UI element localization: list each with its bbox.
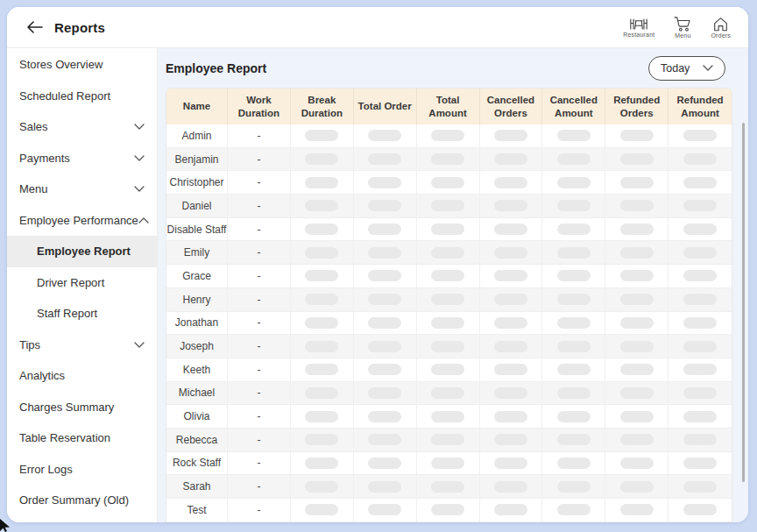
- cell-loading: [354, 171, 417, 194]
- cell-work-duration: -: [228, 475, 291, 498]
- topbar-orders-button[interactable]: Orders: [711, 17, 731, 39]
- cell-loading: [291, 382, 354, 405]
- table-row: Jonathan-: [166, 312, 732, 336]
- sidebar-item-menu[interactable]: Menu: [7, 174, 157, 205]
- sidebar-item-label: Driver Report: [37, 276, 145, 289]
- sidebar-item-employee-report[interactable]: Employee Report: [7, 236, 157, 267]
- table-row: Daniel-: [166, 195, 732, 218]
- cell-name: Jonathan: [166, 312, 228, 335]
- loading-placeholder: [557, 387, 591, 399]
- cell-loading: [542, 265, 605, 287]
- topbar-restaurant-button[interactable]: Restaurant: [623, 17, 654, 38]
- loading-placeholder: [620, 223, 654, 235]
- loading-placeholder: [683, 481, 717, 493]
- table-scrollbar[interactable]: [742, 123, 745, 482]
- cell-loading: [669, 452, 732, 475]
- cell-loading: [417, 499, 480, 521]
- loading-placeholder: [620, 270, 654, 281]
- cell-loading: [542, 288, 605, 311]
- loading-placeholder: [305, 411, 338, 422]
- cell-loading: [417, 124, 480, 147]
- loading-placeholder: [683, 364, 717, 375]
- cell-loading: [542, 195, 605, 217]
- cell-loading: [480, 265, 543, 287]
- sidebar-item-label: Stores Overview: [19, 58, 145, 71]
- table-row: Olivia-: [166, 405, 732, 429]
- sidebar-item-order-summary-old[interactable]: Order Summary (Old): [7, 485, 157, 516]
- loading-placeholder: [683, 223, 717, 235]
- sidebar-item-stores-overview[interactable]: Stores Overview: [7, 49, 157, 81]
- sidebar-item-payments[interactable]: Payments: [7, 143, 157, 174]
- loading-placeholder: [431, 130, 464, 141]
- loading-placeholder: [431, 411, 464, 422]
- cell-loading: [542, 382, 605, 405]
- loading-placeholder: [557, 364, 591, 375]
- loading-placeholder: [620, 387, 654, 399]
- cell-work-duration: -: [228, 382, 291, 405]
- topbar-menu-button[interactable]: Menu: [674, 17, 691, 39]
- cell-name: Olivia: [166, 405, 228, 428]
- loading-placeholder: [683, 458, 717, 469]
- sidebar-item-employee-performance[interactable]: Employee Performance: [7, 205, 157, 237]
- sidebar-item-tips[interactable]: Tips: [7, 330, 157, 361]
- sidebar-item-staff-report[interactable]: Staff Report: [7, 298, 157, 330]
- back-button[interactable]: [23, 16, 46, 39]
- sidebar-item-label: Staff Report: [37, 307, 145, 320]
- sidebar-item-label: Table Reservation: [19, 431, 145, 444]
- loading-placeholder: [431, 223, 464, 235]
- cell-loading: [605, 335, 669, 358]
- topbar-actions: RestaurantMenuOrders: [623, 17, 736, 39]
- sidebar-item-label: Sales: [19, 120, 134, 133]
- cell-work-duration: -: [228, 499, 291, 521]
- loading-placeholder: [557, 153, 591, 165]
- cell-work-duration: -: [228, 405, 291, 428]
- mouse-cursor: [0, 519, 11, 532]
- sidebar-item-error-logs[interactable]: Error Logs: [7, 454, 157, 486]
- loading-placeholder: [494, 458, 527, 469]
- cell-loading: [354, 358, 417, 381]
- sidebar-item-sales[interactable]: Sales: [7, 111, 157, 143]
- loading-placeholder: [494, 294, 527, 305]
- cell-loading: [417, 218, 480, 241]
- sidebar-item-driver-report[interactable]: Driver Report: [7, 267, 157, 299]
- loading-placeholder: [431, 247, 464, 259]
- loading-placeholder: [305, 200, 338, 211]
- loading-placeholder: [431, 434, 464, 445]
- sidebar-item-scheduled-report[interactable]: Scheduled Report: [7, 81, 157, 112]
- sidebar-item-label: Charges Summary: [19, 401, 145, 414]
- cell-loading: [417, 171, 480, 194]
- sidebar-item-table-reservation[interactable]: Table Reservation: [7, 422, 157, 454]
- loading-placeholder: [620, 504, 654, 515]
- table-row: Rebecca-: [166, 429, 732, 452]
- date-filter-dropdown[interactable]: Today: [648, 56, 725, 81]
- cell-name: Test: [166, 499, 228, 521]
- cell-loading: [417, 358, 480, 381]
- loading-placeholder: [431, 177, 464, 188]
- cell-loading: [480, 405, 543, 428]
- loading-placeholder: [683, 411, 717, 422]
- loading-placeholder: [431, 294, 464, 305]
- report-title: Employee Report: [166, 61, 648, 75]
- sidebar-item-analytics[interactable]: Analytics: [7, 360, 157, 392]
- cell-loading: [669, 265, 732, 287]
- cell-work-duration: -: [228, 218, 291, 241]
- cell-loading: [417, 288, 480, 311]
- sidebar-item-charges-summary[interactable]: Charges Summary: [7, 392, 157, 423]
- loading-placeholder: [620, 200, 654, 211]
- table-row: Grace-: [166, 265, 732, 288]
- loading-placeholder: [368, 458, 401, 469]
- cell-loading: [605, 218, 669, 241]
- cell-loading: [669, 335, 732, 358]
- chevron-down-icon: [134, 186, 145, 192]
- loading-placeholder: [368, 364, 401, 375]
- sidebar-item-label: Tips: [19, 338, 134, 351]
- cell-loading: [480, 452, 543, 475]
- column-header-break-duration: Break Duration: [291, 89, 354, 124]
- loading-placeholder: [368, 200, 401, 211]
- cell-loading: [291, 358, 354, 381]
- page-title: Reports: [54, 20, 105, 35]
- cell-name: Grace: [166, 265, 228, 287]
- cell-loading: [354, 499, 417, 521]
- sidebar-item-label: Payments: [19, 152, 134, 165]
- table-row: Benjamin-: [166, 148, 732, 172]
